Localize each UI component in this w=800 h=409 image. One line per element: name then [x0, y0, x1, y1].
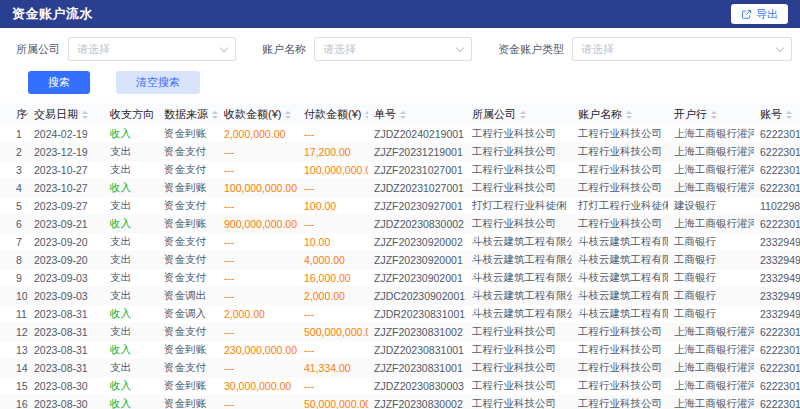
cell-account: 工程行业科技公司: [572, 341, 668, 359]
cell-source: 资金到账: [158, 341, 218, 359]
cell-company: 工程行业科技公司: [466, 341, 572, 359]
account-name-select[interactable]: 请选择: [314, 37, 472, 61]
sort-icon[interactable]: [400, 111, 406, 119]
cell-company: 斗枝云建筑工程有限公司: [466, 269, 572, 287]
cell-pay: 4,000.00: [298, 251, 368, 269]
cell-bank: 上海工商银行灌河还支行: [668, 395, 754, 409]
column-header[interactable]: 所属公司: [466, 103, 572, 125]
cell-account: 工程行业科技公司: [572, 377, 668, 395]
cell-number: 622230111: [754, 341, 800, 359]
cell-pay: ---: [298, 341, 368, 359]
sort-icon[interactable]: [520, 111, 526, 119]
cell-direction: 支出: [104, 161, 158, 179]
cell-direction: 收入: [104, 395, 158, 409]
cell-pay: 41,334.00: [298, 359, 368, 377]
column-header[interactable]: 账号: [754, 103, 800, 125]
cell-pay: 100.00: [298, 197, 368, 215]
cell-order: ZJDR20230831001: [368, 305, 466, 323]
column-header[interactable]: 收款金额(¥): [218, 103, 298, 125]
cell-number: 233294991: [754, 233, 800, 251]
column-header-label: 收款金额(¥): [224, 108, 281, 120]
column-header[interactable]: 数据来源: [158, 103, 218, 125]
table-row: 122023-08-31支出资金支付---500,000,000.00ZJZF2…: [0, 323, 800, 341]
cell-number: 622230111: [754, 395, 800, 409]
cell-account: 工程行业科技公司: [572, 125, 668, 143]
clear-search-button[interactable]: 清空搜索: [116, 71, 200, 94]
column-header-label: 所属公司: [472, 108, 516, 120]
cell-company: 工程行业科技公司: [466, 359, 572, 377]
cell-number: 233294991: [754, 287, 800, 305]
action-bar: 搜索 清空搜索: [0, 61, 800, 103]
cell-date: 2023-08-31: [28, 359, 104, 377]
cell-bank: 工商银行: [668, 287, 754, 305]
cell-bank: 工商银行: [668, 251, 754, 269]
cell-direction: 收入: [104, 305, 158, 323]
cell-source: 资金支付: [158, 143, 218, 161]
cell-order: ZJZF20231219001: [368, 143, 466, 161]
cell-pay: 16,000.00: [298, 269, 368, 287]
filter-label-account-name: 账户名称: [262, 42, 306, 57]
sort-icon[interactable]: [365, 111, 368, 119]
table-row: 92023-09-03支出资金支付---16,000.00ZJZF2023090…: [0, 269, 800, 287]
cell-no: 8: [0, 251, 28, 269]
sort-icon[interactable]: [711, 111, 717, 119]
filter-bar: 所属公司 请选择 账户名称 请选择 资金账户类型 请选择 展开筛选: [0, 28, 800, 61]
account-type-select[interactable]: 请选择: [572, 37, 792, 61]
cell-direction: 支出: [104, 251, 158, 269]
cell-no: 3: [0, 161, 28, 179]
search-button[interactable]: 搜索: [28, 71, 90, 94]
cell-source: 资金到账: [158, 179, 218, 197]
export-button[interactable]: 导出: [731, 4, 788, 24]
table-row: 52023-09-27支出资金支付---100.00ZJZF2023092700…: [0, 197, 800, 215]
cell-account: 工程行业科技公司: [572, 143, 668, 161]
cell-no: 5: [0, 197, 28, 215]
column-header[interactable]: 单号: [368, 103, 466, 125]
cell-number: 622230111: [754, 377, 800, 395]
sort-icon[interactable]: [285, 111, 291, 119]
cell-number: 622230111: [754, 359, 800, 377]
table-row: 72023-09-20支出资金支付---10.00ZJZF20230920002…: [0, 233, 800, 251]
column-header[interactable]: 收支方向: [104, 103, 158, 125]
cell-direction: 收入: [104, 125, 158, 143]
table-row: 102023-09-03支出资金调出---2,000.00ZJDC2023090…: [0, 287, 800, 305]
cell-no: 2: [0, 143, 28, 161]
sort-icon[interactable]: [786, 111, 792, 119]
table-row: 162023-08-30收入资金到账---50,000,000.00ZJZF20…: [0, 395, 800, 409]
cell-receive: ---: [218, 395, 298, 409]
cell-account: 斗枝云建筑工程有限公司: [572, 269, 668, 287]
sort-icon[interactable]: [212, 111, 218, 119]
cell-direction: 支出: [104, 359, 158, 377]
cell-receive: 2,000,000.00: [218, 125, 298, 143]
column-header-label: 序号: [16, 108, 28, 120]
cell-order: ZJZF20231027001: [368, 161, 466, 179]
table-row: 62023-09-21收入资金到账900,000,000.00---ZJDZ20…: [0, 215, 800, 233]
cell-number: 622230111: [754, 161, 800, 179]
cell-date: 2023-09-20: [28, 251, 104, 269]
column-header[interactable]: 账户名称: [572, 103, 668, 125]
cell-bank: 工商银行: [668, 269, 754, 287]
cell-pay: 17,200.00: [298, 143, 368, 161]
sort-icon[interactable]: [82, 111, 88, 119]
cell-account: 斗枝云建筑工程有限公司: [572, 287, 668, 305]
column-header[interactable]: 交易日期: [28, 103, 104, 125]
cell-no: 6: [0, 215, 28, 233]
cell-bank: 上海工商银行灌河还支行: [668, 323, 754, 341]
cell-no: 15: [0, 377, 28, 395]
table-row: 42023-10-27收入资金到账100,000,000.00---ZJDZ20…: [0, 179, 800, 197]
cell-receive: ---: [218, 359, 298, 377]
cell-receive: ---: [218, 161, 298, 179]
column-header[interactable]: 开户行: [668, 103, 754, 125]
cell-company: 斗枝云建筑工程有限公司: [466, 251, 572, 269]
cell-direction: 支出: [104, 233, 158, 251]
cell-direction: 收入: [104, 377, 158, 395]
company-select[interactable]: 请选择: [68, 37, 236, 61]
cell-receive: 230,000,000.00: [218, 341, 298, 359]
cell-company: 工程行业科技公司: [466, 377, 572, 395]
sort-icon[interactable]: [626, 111, 632, 119]
table-row: 112023-08-31收入资金调入2,000.00---ZJDR2023083…: [0, 305, 800, 323]
table-row: 82023-09-20支出资金支付---4,000.00ZJZF20230920…: [0, 251, 800, 269]
column-header-label: 开户行: [674, 108, 707, 120]
filter-group-company: 所属公司 请选择: [16, 37, 236, 61]
column-header[interactable]: 付款金额(¥): [298, 103, 368, 125]
column-header-label: 付款金额(¥): [304, 108, 361, 120]
